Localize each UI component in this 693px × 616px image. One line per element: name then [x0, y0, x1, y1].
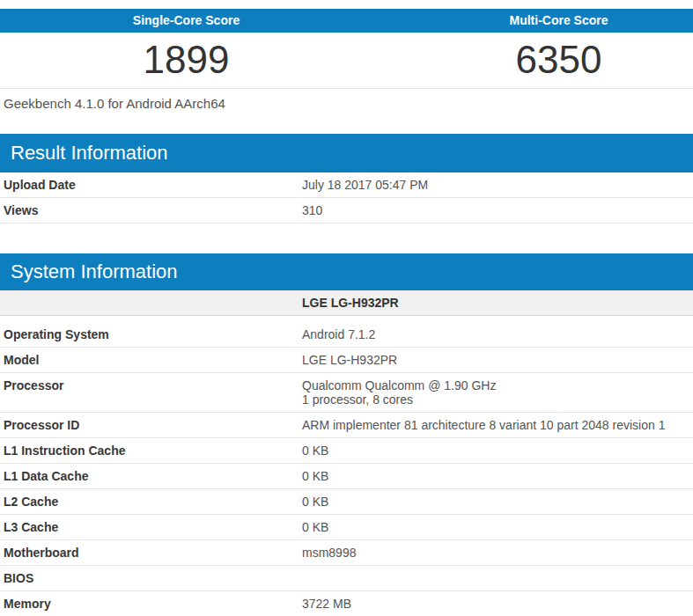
- result-information-table: Upload Date July 18 2017 05:47 PM Views …: [0, 172, 693, 224]
- table-row-motherboard: Motherboard msm8998: [0, 540, 693, 566]
- table-row-l1-instruction-cache: L1 Instruction Cache 0 KB: [0, 438, 693, 464]
- single-core-score-value: 1899: [0, 33, 372, 88]
- multi-core-score-header: Multi-Core Score: [372, 9, 693, 33]
- row-label: L1 Data Cache: [0, 464, 295, 488]
- system-information-section: System Information LGE LG-H932PR Operati…: [0, 253, 693, 616]
- table-row-operating-system: Operating System Android 7.1.2: [0, 316, 693, 348]
- table-row-processor-id: Processor ID ARM implementer 81 architec…: [0, 413, 693, 438]
- row-label: Motherboard: [0, 540, 295, 565]
- row-value: 0 KB: [295, 464, 693, 488]
- row-label: L2 Cache: [0, 489, 295, 514]
- row-label: Views: [0, 198, 295, 223]
- row-label: Processor ID: [0, 413, 295, 437]
- geekbench-version-note: Geekbench 4.1.0 for Android AArch64: [0, 88, 693, 118]
- row-value: Qualcomm Qualcomm @ 1.90 GHz 1 processor…: [295, 373, 693, 412]
- single-core-score-column: Single-Core Score 1899: [0, 9, 372, 88]
- row-value: 0 KB: [295, 515, 693, 539]
- row-label: Operating System: [0, 316, 295, 347]
- table-row-model: Model LGE LG-H932PR: [0, 348, 693, 373]
- row-value: msm8998: [295, 540, 693, 565]
- row-label: Model: [0, 348, 295, 372]
- row-label: L3 Cache: [0, 515, 295, 539]
- multi-core-score-value: 6350: [372, 33, 693, 88]
- row-label: Memory: [0, 591, 295, 616]
- device-name-header-spacer: [0, 290, 295, 315]
- row-value: July 18 2017 05:47 PM: [295, 172, 693, 197]
- row-value: Android 7.1.2: [295, 316, 693, 347]
- row-value: [295, 566, 693, 590]
- table-row-l1-data-cache: L1 Data Cache 0 KB: [0, 464, 693, 489]
- processor-line-2: 1 processor, 8 cores: [302, 392, 693, 407]
- row-value: 0 KB: [295, 489, 693, 514]
- row-value: LGE LG-H932PR: [295, 348, 693, 372]
- table-row-bios: BIOS: [0, 566, 693, 591]
- row-value: ARM implementer 81 architecture 8 varian…: [295, 413, 693, 437]
- table-row-processor: Processor Qualcomm Qualcomm @ 1.90 GHz 1…: [0, 373, 693, 413]
- row-value: 310: [295, 198, 693, 223]
- device-name-header-row: LGE LG-H932PR: [0, 290, 693, 316]
- system-information-title: System Information: [0, 253, 693, 290]
- multi-core-score-column: Multi-Core Score 6350: [372, 9, 693, 88]
- result-information-title: Result Information: [0, 134, 693, 172]
- table-row-memory: Memory 3722 MB: [0, 591, 693, 616]
- result-information-section: Result Information Upload Date July 18 2…: [0, 134, 693, 224]
- table-row-l2-cache: L2 Cache 0 KB: [0, 489, 693, 515]
- row-value: 0 KB: [295, 438, 693, 463]
- table-row-l3-cache: L3 Cache 0 KB: [0, 515, 693, 540]
- system-information-table: Operating System Android 7.1.2 Model LGE…: [0, 316, 693, 616]
- row-label: BIOS: [0, 566, 295, 590]
- device-name: LGE LG-H932PR: [295, 290, 693, 315]
- processor-line-1: Qualcomm Qualcomm @ 1.90 GHz: [302, 378, 693, 392]
- row-label: L1 Instruction Cache: [0, 438, 295, 463]
- row-label: Upload Date: [0, 172, 295, 197]
- row-value: 3722 MB: [295, 591, 693, 616]
- table-row-upload-date: Upload Date July 18 2017 05:47 PM: [0, 172, 693, 198]
- geekbench-result-page: Single-Core Score 1899 Multi-Core Score …: [0, 9, 693, 616]
- score-banner: Single-Core Score 1899 Multi-Core Score …: [0, 9, 693, 88]
- row-label: Processor: [0, 373, 295, 412]
- single-core-score-header: Single-Core Score: [0, 9, 372, 33]
- table-row-views: Views 310: [0, 198, 693, 224]
